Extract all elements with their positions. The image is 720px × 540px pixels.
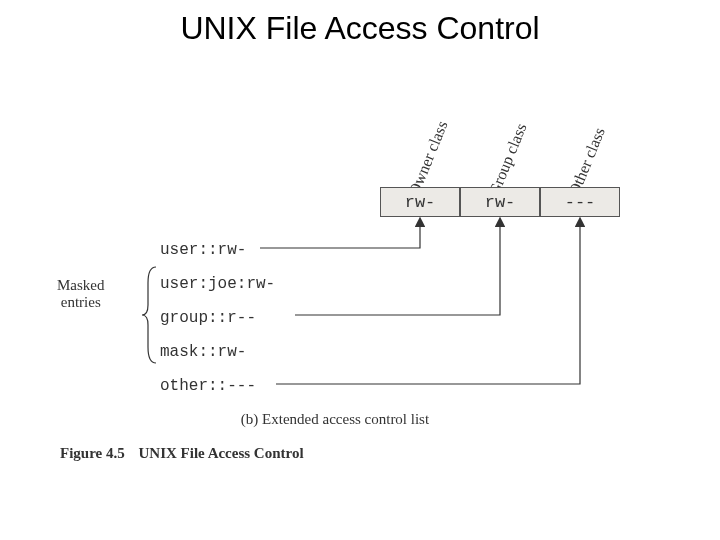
masked-line2: entries	[61, 294, 101, 310]
acl-entry-other: other::---	[160, 369, 275, 403]
figure-number: Figure 4.5	[60, 445, 125, 461]
page-title: UNIX File Access Control	[0, 10, 720, 47]
acl-diagram: Owner class Group class Other class rw- …	[60, 85, 660, 455]
figure-title: UNIX File Access Control	[138, 445, 303, 461]
acl-entry-group: group::r--	[160, 301, 275, 335]
masked-line1: Masked	[57, 277, 105, 293]
owner-perm-box: rw-	[380, 187, 460, 217]
curly-brace-icon	[142, 265, 158, 365]
other-perm-box: ---	[540, 187, 620, 217]
subfigure-caption: (b) Extended access control list	[60, 411, 610, 428]
figure-label: Figure 4.5 UNIX File Access Control	[60, 445, 304, 462]
masked-entries-label: Masked entries	[57, 277, 105, 312]
acl-entry-mask: mask::rw-	[160, 335, 275, 369]
permission-row: rw- rw- ---	[380, 187, 620, 217]
group-perm-box: rw-	[460, 187, 540, 217]
acl-entry-user: user::rw-	[160, 233, 275, 267]
acl-entry-userjoe: user:joe:rw-	[160, 267, 275, 301]
acl-entries-list: user::rw- user:joe:rw- group::r-- mask::…	[160, 233, 275, 403]
